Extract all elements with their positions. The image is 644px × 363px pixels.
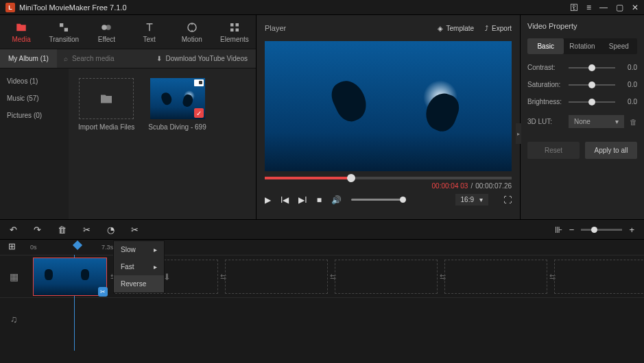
add-track-button[interactable]: ⊞ [8, 241, 16, 251]
media-panel: Media Transition Effect Text Motion Elem… [0, 15, 257, 219]
volume-icon[interactable]: 🔊 [331, 195, 342, 205]
brightness-slider[interactable] [569, 101, 615, 103]
prop-tab-rotation[interactable]: Rotation [564, 38, 600, 54]
seek-bar[interactable] [265, 177, 512, 179]
fit-timeline-button[interactable]: ⊪ [555, 225, 562, 235]
speed-reverse-item[interactable]: Reverse [114, 275, 164, 292]
saturation-slider[interactable] [569, 84, 615, 86]
brightness-label: Brightness: [527, 98, 563, 105]
saturation-value: 0.0 [621, 81, 637, 88]
prop-tab-speed[interactable]: Speed [601, 38, 637, 54]
tab-text[interactable]: Text [128, 15, 171, 49]
chevron-down-icon: ▾ [479, 196, 483, 203]
transition-icon [58, 21, 70, 34]
props-title: Video Property [527, 22, 637, 30]
menu-icon[interactable]: ≡ [586, 3, 591, 12]
timeline-toolbar: ↶ ↷ 🗑 ✂ ◔ ✂ ⊪ − + Slow▸ Fast▸ Reverse [0, 219, 644, 240]
undo-button[interactable]: ↶ [10, 225, 17, 235]
lut-value: None [574, 118, 591, 125]
time-separator: / [470, 182, 473, 190]
playhead[interactable] [73, 240, 82, 250]
lut-delete-button[interactable]: 🗑 [630, 118, 637, 126]
added-check-icon: ✓ [194, 108, 204, 118]
clip-split-icon: ✂ [98, 287, 108, 297]
tab-elements[interactable]: Elements [213, 15, 256, 49]
album-selector[interactable]: My Album (1) [0, 49, 57, 68]
prev-frame-button[interactable]: I◀ [281, 195, 289, 205]
play-button[interactable]: ▶ [265, 195, 271, 205]
volume-slider[interactable] [351, 199, 406, 201]
aspect-ratio-select[interactable]: 16:9 ▾ [455, 194, 488, 205]
reset-button[interactable]: Reset [527, 142, 580, 159]
menu-label: Slow [121, 246, 136, 253]
timeline: ⊞ 0s 7.3s ▦ ✂ ⇆ ⬇ ⇆ ⇆ ⇆ ⇆ [0, 240, 644, 363]
import-media-button[interactable] [79, 78, 134, 119]
chevron-right-icon: ▸ [154, 246, 157, 253]
export-button[interactable]: ⤴ Export [485, 25, 512, 32]
empty-clip-slot[interactable] [225, 260, 328, 294]
current-time: 00:00:04 03 [432, 182, 468, 190]
video-track: ▦ ✂ ⇆ ⬇ ⇆ ⇆ ⇆ ⇆ [0, 255, 644, 297]
export-label: Export [492, 25, 512, 32]
prop-tab-basic[interactable]: Basic [527, 38, 564, 54]
contrast-label: Contrast: [527, 64, 563, 71]
split-button[interactable]: ✂ [83, 225, 91, 235]
download-youtube-button[interactable]: ⬇ Download YouTube Videos [148, 55, 256, 62]
empty-clip-slot[interactable] [444, 260, 547, 294]
timeline-clip[interactable]: ✂ [33, 258, 107, 296]
crop-button[interactable]: ✂ [131, 225, 139, 235]
delete-button[interactable]: 🗑 [58, 225, 67, 235]
speed-fast-item[interactable]: Fast▸ [114, 258, 164, 275]
zoom-in-button[interactable]: + [629, 225, 634, 235]
tab-media[interactable]: Media [0, 15, 43, 49]
apply-all-button[interactable]: Apply to all [585, 142, 637, 159]
empty-clip-slot[interactable] [554, 260, 644, 294]
zoom-slider[interactable] [581, 229, 622, 231]
video-preview[interactable] [265, 41, 512, 171]
search-icon: ⌕ [64, 55, 68, 62]
close-button[interactable]: ✕ [632, 3, 639, 12]
license-key-icon[interactable]: ⚿ [570, 3, 578, 12]
stop-button[interactable]: ■ [317, 195, 322, 205]
download-label: Download YouTube Videos [165, 55, 248, 62]
titlebar: L MiniTool MovieMaker Free 7.1.0 ⚿ ≡ — ▢… [0, 0, 644, 15]
tab-motion[interactable]: Motion [171, 15, 213, 49]
tab-effect[interactable]: Effect [85, 15, 128, 49]
player-panel: Player ◈ Template ⤴ Export 00:00:04 03 /… [257, 15, 521, 219]
tab-transition[interactable]: Transition [43, 15, 85, 49]
maximize-button[interactable]: ▢ [616, 3, 623, 12]
sidebar-item-music[interactable]: Music (57) [0, 90, 69, 107]
effect-icon [100, 21, 112, 34]
app-title: MiniTool MovieMaker Free 7.1.0 [19, 3, 570, 12]
timeline-ruler[interactable]: ⊞ 0s 7.3s [0, 240, 644, 255]
sidebar-item-videos[interactable]: Videos (1) [0, 73, 69, 90]
speed-button[interactable]: ◔ [107, 225, 115, 235]
minimize-button[interactable]: — [599, 3, 608, 12]
template-button[interactable]: ◈ Template [438, 25, 475, 32]
video-track-icon: ▦ [0, 271, 27, 282]
ratio-value: 16:9 [461, 196, 474, 203]
sidebar-item-pictures[interactable]: Pictures (0) [0, 107, 69, 124]
panel-expand-button[interactable]: ▸ [516, 123, 521, 144]
audio-track-icon: ♫ [0, 314, 27, 325]
lut-label: 3D LUT: [527, 118, 563, 125]
template-label: Template [446, 25, 475, 32]
media-thumbnail[interactable]: ✓ [150, 78, 205, 119]
speed-slow-item[interactable]: Slow▸ [114, 241, 164, 258]
contrast-slider[interactable] [569, 67, 615, 68]
media-sidebar: Videos (1) Music (57) Pictures (0) [0, 68, 69, 219]
search-input[interactable]: ⌕ Search media [57, 55, 149, 62]
redo-button[interactable]: ↷ [34, 225, 41, 235]
fullscreen-button[interactable]: ⛶ [503, 195, 512, 205]
search-placeholder: Search media [72, 55, 115, 62]
zoom-out-button[interactable]: − [569, 225, 575, 235]
tab-label: Motion [182, 36, 202, 43]
empty-clip-slot[interactable] [335, 260, 438, 294]
tab-label: Effect [98, 36, 115, 43]
video-property-panel: Video Property Basic Rotation Speed Cont… [521, 15, 644, 219]
lut-select[interactable]: None ▾ [569, 115, 624, 128]
video-icon [194, 79, 204, 86]
next-frame-button[interactable]: ▶I [298, 195, 307, 205]
menu-label: Fast [121, 263, 134, 271]
elements-icon [228, 21, 241, 34]
